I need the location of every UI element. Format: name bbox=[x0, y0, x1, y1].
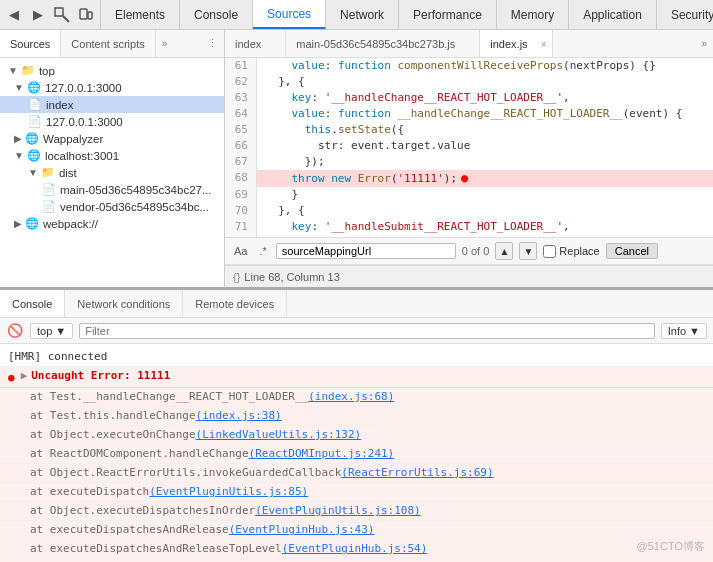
stack-link-2[interactable]: (index.js:38) bbox=[196, 408, 282, 424]
tab-memory[interactable]: Memory bbox=[497, 0, 569, 29]
code-tab-overflow[interactable]: » bbox=[695, 30, 713, 57]
console-tab-network-conditions[interactable]: Network conditions bbox=[65, 290, 183, 317]
stack-link-5[interactable]: (ReactErrorUtils.js:69) bbox=[341, 465, 493, 481]
console-panel: Console Network conditions Remote device… bbox=[0, 290, 713, 562]
tree-arrow-127: ▼ bbox=[14, 82, 24, 93]
line-content-65: this.setState({ bbox=[257, 122, 404, 138]
line-num-68: 68 bbox=[225, 170, 257, 187]
code-line-66: 66 str: event.target.value bbox=[225, 138, 713, 154]
tree-item-127-file[interactable]: 📄 127.0.0.1:3000 bbox=[0, 113, 224, 130]
globe-icon-localhost: 🌐 bbox=[27, 149, 41, 162]
code-tab-main[interactable]: main-05d36c54895c34bc273b.js bbox=[286, 30, 480, 57]
tree-item-localhost[interactable]: ▼ 🌐 localhost:3001 bbox=[0, 147, 224, 164]
search-count: 0 of 0 bbox=[462, 245, 490, 257]
stack-link-4[interactable]: (ReactDOMInput.js:241) bbox=[249, 446, 395, 462]
tab-network[interactable]: Network bbox=[326, 0, 399, 29]
device-icon[interactable] bbox=[76, 5, 96, 25]
level-label: Info bbox=[668, 325, 686, 337]
tree-label-top: top bbox=[39, 65, 55, 77]
replace-checkbox-label: Replace bbox=[543, 245, 599, 258]
stack-link-9[interactable]: (EventPluginHub.js:54) bbox=[282, 541, 428, 557]
line-content-63: key: '__handleChange__REACT_HOT_LOADER__… bbox=[257, 90, 570, 106]
sources-tab-sources[interactable]: Sources bbox=[0, 30, 61, 57]
filter-input[interactable] bbox=[79, 323, 655, 339]
tree-item-wappalyzer[interactable]: ▶ 🌐 Wappalyzer bbox=[0, 130, 224, 147]
case-sensitive-btn[interactable]: Aa bbox=[231, 244, 250, 258]
main-area: Sources Content scripts » ⋮ ▼ 📁 top ▼ 🌐 … bbox=[0, 30, 713, 562]
replace-checkbox[interactable] bbox=[543, 245, 556, 258]
tab-sources[interactable]: Sources bbox=[253, 0, 326, 29]
code-line-69: 69 } bbox=[225, 187, 713, 203]
line-column-info: Line 68, Column 13 bbox=[244, 271, 339, 283]
tree-item-127[interactable]: ▼ 🌐 127.0.0.1:3000 bbox=[0, 79, 224, 96]
search-next-btn[interactable]: ▼ bbox=[519, 242, 537, 260]
console-tab-console[interactable]: Console bbox=[0, 290, 65, 317]
line-num-66: 66 bbox=[225, 138, 257, 154]
console-error-main: ● ▶ Uncaught Error: 11111 bbox=[0, 367, 713, 388]
stack-link-6[interactable]: (EventPluginUtils.js:85) bbox=[149, 484, 308, 500]
stack-indent-9: at executeDispatchesAndReleaseTopLevel bbox=[8, 541, 282, 557]
console-hmr-line: [HMR] connected bbox=[0, 348, 713, 367]
inspect-icon[interactable] bbox=[52, 5, 72, 25]
forward-icon[interactable]: ▶ bbox=[28, 5, 48, 25]
context-selector[interactable]: top ▼ bbox=[30, 323, 73, 339]
tree-arrow-webpack: ▶ bbox=[14, 218, 22, 229]
back-icon[interactable]: ◀ bbox=[4, 5, 24, 25]
line-num-65: 65 bbox=[225, 122, 257, 138]
tab-console[interactable]: Console bbox=[180, 0, 253, 29]
tab-performance[interactable]: Performance bbox=[399, 0, 497, 29]
search-prev-btn[interactable]: ▲ bbox=[495, 242, 513, 260]
line-num-71: 71 bbox=[225, 219, 257, 235]
sources-tab-more[interactable]: » bbox=[156, 30, 174, 57]
code-tab-index[interactable]: index bbox=[225, 30, 286, 57]
tree-item-main[interactable]: 📄 main-05d36c54895c34bc27... bbox=[0, 181, 224, 198]
replace-label: Replace bbox=[559, 245, 599, 257]
error-expand-arrow[interactable]: ▶ bbox=[21, 368, 28, 384]
stack-link-3[interactable]: (LinkedValueUtils.js:132) bbox=[196, 427, 362, 443]
tab-security[interactable]: Security bbox=[657, 0, 713, 29]
tree-item-vendor[interactable]: 📄 vendor-05d36c54895c34bc... bbox=[0, 198, 224, 215]
top-half: Sources Content scripts » ⋮ ▼ 📁 top ▼ 🌐 … bbox=[0, 30, 713, 290]
stack-link-1[interactable]: (index.js:68) bbox=[308, 389, 394, 405]
line-num-62: 62 bbox=[225, 74, 257, 90]
console-hmr-text: [HMR] connected bbox=[8, 349, 107, 365]
top-nav-bar: ◀ ▶ Elements Console Sources Network Per… bbox=[0, 0, 713, 30]
tree-item-top[interactable]: ▼ 📁 top bbox=[0, 62, 224, 79]
tree-arrow-top: ▼ bbox=[8, 65, 18, 76]
level-selector[interactable]: Info ▼ bbox=[661, 323, 707, 339]
console-clear-btn[interactable]: 🚫 bbox=[6, 322, 24, 340]
sources-tab-content-scripts[interactable]: Content scripts bbox=[61, 30, 155, 57]
search-input[interactable] bbox=[276, 243, 456, 259]
sources-panel: Sources Content scripts » ⋮ ▼ 📁 top ▼ 🌐 … bbox=[0, 30, 225, 287]
cancel-search-btn[interactable]: Cancel bbox=[606, 243, 658, 259]
status-bar: {} Line 68, Column 13 bbox=[225, 265, 713, 287]
tree-item-webpack[interactable]: ▶ 🌐 webpack:// bbox=[0, 215, 224, 232]
svg-rect-0 bbox=[55, 8, 63, 16]
bracket-icon[interactable]: {} bbox=[233, 271, 240, 283]
sources-panel-menu[interactable]: ⋮ bbox=[201, 30, 224, 57]
regex-btn[interactable]: .* bbox=[256, 244, 269, 258]
nav-tabs: Elements Console Sources Network Perform… bbox=[101, 0, 713, 29]
code-editor[interactable]: 61 value: function componentWillReceiveP… bbox=[225, 58, 713, 237]
close-tab-icon[interactable]: × bbox=[541, 38, 547, 49]
code-line-67: 67 }); bbox=[225, 154, 713, 170]
console-tab-remote-devices[interactable]: Remote devices bbox=[183, 290, 287, 317]
stack-link-7[interactable]: (EventPluginUtils.js:108) bbox=[255, 503, 421, 519]
tree-item-dist[interactable]: ▼ 📁 dist bbox=[0, 164, 224, 181]
console-stack-4: at ReactDOMComponent.handleChange (React… bbox=[0, 445, 713, 464]
globe-icon-webpack: 🌐 bbox=[25, 217, 39, 230]
tab-application[interactable]: Application bbox=[569, 0, 657, 29]
stack-indent-7: at Object.executeDispatchesInOrder bbox=[8, 503, 255, 519]
svg-line-1 bbox=[63, 16, 69, 22]
tab-elements[interactable]: Elements bbox=[101, 0, 180, 29]
tree-label-dist: dist bbox=[59, 167, 77, 179]
stack-link-8[interactable]: (EventPluginHub.js:43) bbox=[229, 522, 375, 538]
console-stack-9: at executeDispatchesAndReleaseTopLevel (… bbox=[0, 540, 713, 559]
tree-label-127: 127.0.0.1:3000 bbox=[45, 82, 122, 94]
file-icon-vendor: 📄 bbox=[42, 200, 56, 213]
code-tab-indexjs[interactable]: index.js × bbox=[480, 30, 552, 57]
tree-item-index[interactable]: 📄 index bbox=[0, 96, 224, 113]
tree-arrow-localhost: ▼ bbox=[14, 150, 24, 161]
code-line-63: 63 key: '__handleChange__REACT_HOT_LOADE… bbox=[225, 90, 713, 106]
line-content-67: }); bbox=[257, 154, 325, 170]
